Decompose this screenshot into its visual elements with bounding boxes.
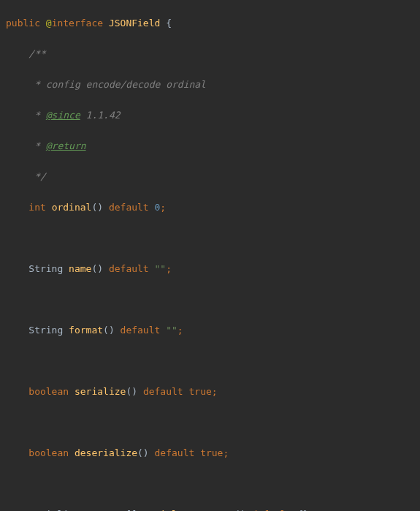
keyword-default: default xyxy=(121,325,161,336)
javadoc: * xyxy=(6,140,46,151)
javadoc-version: 1.1.42 xyxy=(80,110,121,121)
javadoc: * xyxy=(6,79,46,90)
type-int: int xyxy=(28,202,45,213)
keyword-default: default xyxy=(109,202,149,213)
keyword-default: default xyxy=(155,447,195,458)
code-line[interactable] xyxy=(6,230,372,246)
type-boolean: boolean xyxy=(28,386,69,397)
code-line[interactable]: int ordinal() default 0; xyxy=(6,200,372,215)
code-line[interactable] xyxy=(6,292,372,307)
javadoc: * xyxy=(6,110,46,121)
javadoc: /** xyxy=(6,48,46,59)
code-line[interactable] xyxy=(6,415,372,430)
code-line[interactable] xyxy=(6,476,372,491)
lbrace: { xyxy=(166,18,172,29)
keyword-default: default xyxy=(109,263,149,274)
type-boolean: boolean xyxy=(28,447,69,458)
type-string: String xyxy=(28,325,63,336)
keyword-interface: interface xyxy=(52,18,103,29)
code-editor[interactable]: public @interface JSONField { /** * conf… xyxy=(0,0,420,511)
code-line[interactable]: boolean serialize() default true; xyxy=(6,384,372,399)
code-line[interactable]: * @since 1.1.42 xyxy=(6,107,372,123)
literal-true: true xyxy=(200,447,223,458)
code-line[interactable]: boolean deserialize() default true; xyxy=(6,445,372,461)
gutter xyxy=(0,0,6,511)
javadoc: */ xyxy=(6,171,46,182)
at-sign: @ xyxy=(46,18,52,29)
method-serialize: serialize xyxy=(75,386,126,397)
code-line[interactable]: SerializerFeature[] serialzeFeatures() d… xyxy=(6,507,372,511)
literal-empty-string: "" xyxy=(155,263,167,274)
code-area[interactable]: public @interface JSONField { /** * conf… xyxy=(6,0,372,511)
literal-true: true xyxy=(189,386,212,397)
method-name: name xyxy=(69,263,91,274)
literal-empty-string: "" xyxy=(166,325,177,336)
type-string: String xyxy=(28,263,63,274)
javadoc-text: config encode/decode ordinal xyxy=(46,79,206,90)
method-deserialize: deserialize xyxy=(75,447,137,458)
method-ordinal: ordinal xyxy=(52,202,92,213)
keyword-public: public xyxy=(6,18,40,29)
code-line[interactable]: */ xyxy=(6,169,372,184)
code-line[interactable]: /** xyxy=(6,46,372,61)
code-line[interactable]: * config encode/decode ordinal xyxy=(6,77,372,92)
type-name: JSONField xyxy=(109,18,160,29)
javadoc-tag-return: @return xyxy=(46,140,86,151)
method-format: format xyxy=(69,325,103,336)
code-line[interactable]: public @interface JSONField { xyxy=(6,15,372,31)
code-line[interactable] xyxy=(6,353,372,368)
code-line[interactable]: String name() default ""; xyxy=(6,261,372,276)
javadoc-tag-since: @since xyxy=(46,110,80,121)
code-line[interactable]: * @return xyxy=(6,138,372,154)
keyword-default: default xyxy=(143,386,183,397)
code-line[interactable]: String format() default ""; xyxy=(6,322,372,338)
